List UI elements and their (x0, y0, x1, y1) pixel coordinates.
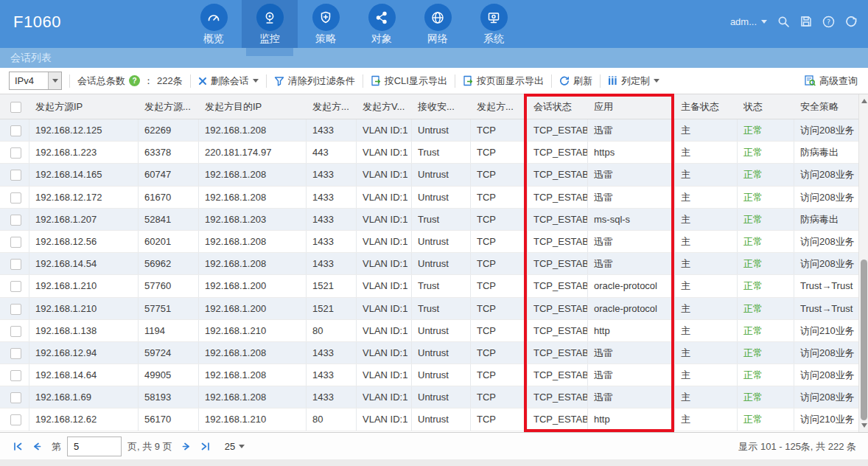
row-checkbox[interactable] (10, 348, 21, 359)
row-checkbox[interactable] (10, 237, 21, 248)
export-page-label: 按页面显示导出 (477, 74, 544, 88)
cell: VLAN ID:1 (357, 209, 412, 230)
vertical-scrollbar[interactable] (858, 94, 868, 432)
next-page-icon[interactable] (181, 441, 192, 452)
column-header[interactable]: 接收安... (412, 94, 471, 119)
row-checkbox[interactable] (10, 304, 21, 315)
table-row[interactable]: 192.168.12.17261670192.168.1.2081433VLAN… (0, 187, 868, 209)
column-header[interactable]: 发起方源IP (29, 94, 139, 119)
column-custom-button[interactable]: 列定制 (608, 74, 659, 88)
column-header[interactable]: 发起方V... (357, 94, 412, 119)
export-page-button[interactable]: 按页面显示导出 (463, 74, 544, 88)
row-checkbox[interactable] (10, 281, 21, 292)
last-page-icon[interactable] (200, 441, 211, 452)
tab-label: 监控 (242, 32, 298, 46)
cell: 1433 (307, 364, 357, 386)
cell: 主 (675, 298, 738, 319)
tab-policy[interactable]: 策略 (298, 0, 354, 48)
scroll-up-icon[interactable] (861, 99, 867, 103)
refresh-icon (559, 76, 570, 86)
row-checkbox[interactable] (10, 259, 21, 270)
table-row[interactable]: 192.168.12.6256170192.168.1.21080VLAN ID… (0, 408, 868, 431)
scroll-down-icon[interactable] (861, 423, 867, 428)
table-row[interactable]: 192.168.1.21057751192.168.1.2001521VLAN … (0, 298, 868, 320)
tab-system[interactable]: 系统 (466, 0, 522, 48)
tab-overview[interactable]: 概览 (186, 0, 242, 48)
page-size-select[interactable]: 25 (225, 441, 245, 452)
column-header[interactable]: 安全策略 (794, 94, 858, 119)
scrollbar-thumb[interactable] (861, 260, 867, 420)
cell: 主 (675, 187, 738, 208)
clear-filter-button[interactable]: 清除列过滤条件 (274, 74, 355, 88)
row-checkbox[interactable] (10, 215, 21, 226)
header-checkbox-cell (0, 94, 29, 119)
table-row[interactable]: 192.168.12.12562269192.168.1.2081433VLAN… (0, 119, 868, 142)
tab-monitoring[interactable]: 监控 (242, 0, 298, 48)
column-header[interactable]: 状态 (738, 94, 794, 119)
row-checkbox[interactable] (10, 125, 21, 136)
row-checkbox[interactable] (10, 326, 21, 337)
row-checkbox[interactable] (10, 192, 21, 204)
cell: 正常 (738, 164, 794, 185)
logout-icon[interactable] (845, 15, 858, 28)
table-row[interactable]: 192.168.1.6958193192.168.1.2081433VLAN I… (0, 386, 868, 408)
cell: Untrust (412, 253, 471, 274)
select-arrow[interactable] (48, 72, 61, 89)
help-icon[interactable]: ? (822, 15, 835, 28)
row-checkbox[interactable] (10, 414, 21, 425)
system-display-icon (480, 4, 508, 31)
cell: TCP (471, 275, 528, 296)
column-header[interactable]: 发起方目的IP (199, 94, 307, 119)
table-row[interactable]: 192.168.1.21057760192.168.1.2001521VLAN … (0, 275, 868, 297)
session-total-value: 222条 (157, 74, 183, 88)
user-menu[interactable]: adm... (730, 16, 767, 27)
table-row[interactable]: 192.168.1.20752841192.168.1.2031433VLAN … (0, 209, 868, 231)
search-icon[interactable] (777, 15, 790, 28)
first-page-icon[interactable] (13, 441, 24, 452)
table-header-row: 发起方源IP发起方源...发起方目的IP发起方...发起方V...接收安...发… (0, 94, 868, 119)
column-header[interactable]: 会话状态 (528, 94, 588, 119)
cell: TCP (471, 187, 528, 208)
cell: VLAN ID:1 (357, 320, 412, 341)
table-row[interactable]: 192.168.14.5456962192.168.1.2081433VLAN … (0, 253, 868, 275)
column-header[interactable]: 主备状态 (675, 94, 738, 119)
tab-network[interactable]: 网络 (410, 0, 466, 48)
advanced-query-label: 高级查询 (819, 74, 858, 88)
cell: VLAN ID:1 (357, 298, 412, 319)
column-header[interactable]: 发起方... (307, 94, 357, 119)
tab-objects[interactable]: 对象 (354, 0, 410, 48)
row-checkbox[interactable] (10, 170, 21, 181)
advanced-query-button[interactable]: 高级查询 (805, 74, 858, 88)
help-circle-icon[interactable]: ? (129, 75, 140, 86)
cell: 192.168.1.208 (199, 364, 307, 386)
row-checkbox[interactable] (10, 147, 21, 159)
column-header[interactable]: 发起方源... (139, 94, 199, 119)
cell: 192.168.14.64 (29, 364, 139, 386)
session-total-colon: ： (144, 74, 153, 88)
ip-version-select[interactable]: IPv4 (9, 72, 62, 90)
tab-label: 概览 (186, 32, 242, 46)
cell: TCP_ESTAB (528, 119, 588, 141)
save-icon[interactable] (800, 15, 812, 27)
cell: 1433 (307, 164, 357, 185)
x-icon (198, 77, 207, 86)
column-header[interactable]: 发起方... (471, 94, 528, 119)
table-row[interactable]: 192.168.1.22363378220.181.174.97443VLAN … (0, 142, 868, 164)
table-row[interactable]: 192.168.1.1381194192.168.1.21080VLAN ID:… (0, 320, 868, 342)
row-checkbox[interactable] (10, 370, 21, 381)
export-cli-button[interactable]: 按CLI显示导出 (371, 74, 447, 88)
cell: 1194 (139, 320, 199, 341)
page-number-input[interactable] (67, 437, 122, 456)
row-checkbox[interactable] (10, 392, 21, 403)
delete-session-button[interactable]: 删除会话 (198, 74, 259, 88)
column-header[interactable]: 应用 (588, 94, 675, 119)
table-row[interactable]: 192.168.14.6449905192.168.1.2081433VLAN … (0, 364, 868, 386)
table-row[interactable]: 192.168.14.16560747192.168.1.2081433VLAN… (0, 164, 868, 186)
prev-page-icon[interactable] (31, 441, 42, 452)
select-all-checkbox[interactable] (10, 102, 21, 113)
cell: 192.168.1.223 (29, 142, 139, 163)
refresh-button[interactable]: 刷新 (559, 74, 592, 88)
table-row[interactable]: 192.168.12.9459724192.168.1.2081433VLAN … (0, 342, 868, 364)
chevron-down-icon (761, 20, 767, 24)
table-row[interactable]: 192.168.12.5660201192.168.1.2081433VLAN … (0, 231, 868, 253)
